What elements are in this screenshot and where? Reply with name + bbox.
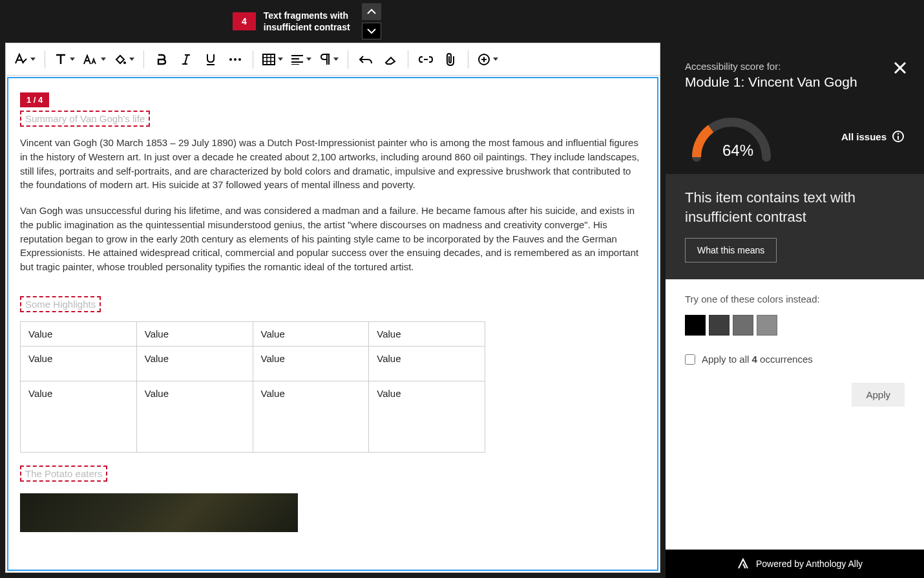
apply-all-checkbox-row[interactable]: Apply to all 4 occurrences [685,354,905,365]
all-issues-label: All issues [841,131,887,142]
color-swatch[interactable] [757,315,777,336]
svg-point-2 [234,58,236,61]
chevron-up-icon [367,8,376,15]
heading-summary: Summary of Van Gogh's life [20,111,150,127]
text-styles-icon [14,53,28,66]
contrast-issue-fragment[interactable]: The Potato eaters [20,466,107,482]
close-button[interactable] [893,61,907,78]
chevron-down-icon [367,28,376,34]
bold-button[interactable] [151,48,173,70]
issue-description: This item contains text with insufficien… [685,188,905,226]
apply-all-checkbox[interactable] [685,354,695,365]
svg-point-3 [238,58,241,61]
highlight-color-button[interactable] [111,48,137,70]
what-this-means-button[interactable]: What this means [685,238,777,262]
table-cell[interactable]: Value [253,321,369,346]
editor: 1 / 4 Summary of Van Gogh's life Vincent… [5,43,660,573]
contrast-issue-fragment[interactable]: 1 / 4 Summary of Van Gogh's life [20,111,150,127]
color-swatch[interactable] [709,315,730,336]
table-cell[interactable]: Value [136,321,253,346]
table-cell[interactable]: Value [253,381,369,452]
color-suggestions-block: Try one of these colors instead: Apply t… [666,279,924,550]
separator [143,50,144,69]
top-bar: 4 Text fragments with insufficient contr… [0,0,924,43]
table-cell[interactable]: Value [369,321,485,346]
score-row: 64% All issues [666,99,924,174]
text-styles-button[interactable] [11,48,38,70]
score-gauge: 64% [685,111,775,162]
score-value: 64% [722,142,753,160]
italic-button[interactable] [175,48,197,70]
issue-description-block: This item contains text with insufficien… [666,174,924,279]
paragraph-button[interactable] [317,48,341,70]
issue-nav-arrows [362,3,381,39]
sidebar-header: Accessibility score for: Module 1: Vince… [666,43,924,99]
align-button[interactable] [288,48,314,70]
issue-navigator: 4 Text fragments with insufficient contr… [233,3,381,39]
underline-icon [205,53,216,66]
table-icon [262,54,275,65]
table-cell[interactable]: Value [21,321,137,346]
table-cell[interactable]: Value [21,381,137,452]
apply-all-label: Apply to all 4 occurrences [702,354,813,365]
editor-canvas[interactable]: 1 / 4 Summary of Van Gogh's life Vincent… [7,77,658,571]
more-icon [229,57,242,62]
sidebar-footer: Powered by Anthology Ally [666,550,924,578]
color-swatch[interactable] [733,315,753,336]
paint-bucket-icon [114,53,127,66]
pilcrow-icon [319,53,331,66]
next-issue-button[interactable] [362,23,381,39]
clear-format-button[interactable] [379,48,401,70]
undo-button[interactable] [355,48,377,70]
attachment-button[interactable] [439,48,461,70]
close-icon [893,61,907,75]
issue-count-badge: 4 [233,12,256,30]
colors-hint: Try one of these colors instead: [685,294,905,305]
table-cell[interactable]: Value [369,346,485,381]
table-row: Value Value Value Value [21,321,485,346]
fragment-counter-badge: 1 / 4 [20,92,49,107]
text-format-icon [54,53,67,66]
table-row: Value Value Value Value [21,346,485,381]
editor-toolbar [6,43,660,76]
table-cell[interactable]: Value [136,346,253,381]
paragraph: Van Gogh was unsuccessful during his lif… [20,204,646,274]
contrast-issue-fragment[interactable]: Some Highlights [20,296,101,312]
apply-button[interactable]: Apply [852,383,905,407]
prev-issue-button[interactable] [362,3,381,20]
underline-button[interactable] [200,48,222,70]
more-text-button[interactable] [224,48,246,70]
info-icon [892,130,905,143]
paperclip-icon [445,52,456,67]
table-cell[interactable]: Value [369,381,485,452]
italic-icon [181,54,191,65]
score-for-label: Accessibility score for: [685,61,905,72]
table-cell[interactable]: Value [253,346,369,381]
values-table: Value Value Value Value Value Value Valu… [20,321,485,453]
heading-potato: The Potato eaters [20,466,107,482]
font-size-icon [83,54,98,65]
issue-label: Text fragments with insufficient contras… [264,10,354,33]
text-format-button[interactable] [52,48,78,70]
font-size-button[interactable] [80,48,109,70]
svg-point-7 [898,133,899,134]
insert-button[interactable] [475,48,501,70]
table-row: Value Value Value Value [21,381,485,452]
undo-icon [359,54,373,65]
separator [408,50,408,69]
color-swatch[interactable] [685,315,706,336]
link-button[interactable] [415,48,437,70]
plus-circle-icon [478,53,490,66]
module-title: Module 1: Vincent Van Gogh [685,74,905,90]
svg-rect-4 [263,54,275,65]
heading-highlights: Some Highlights [20,296,101,312]
all-issues-link[interactable]: All issues [841,130,905,143]
align-icon [291,54,304,65]
table-cell[interactable]: Value [21,346,137,381]
paragraph: Vincent van Gogh (30 March 1853 – 29 Jul… [20,136,646,192]
accessibility-sidebar: Accessibility score for: Module 1: Vince… [666,43,924,578]
table-button[interactable] [260,48,286,70]
separator [45,50,45,69]
svg-point-1 [229,58,232,61]
table-cell[interactable]: Value [136,381,253,452]
